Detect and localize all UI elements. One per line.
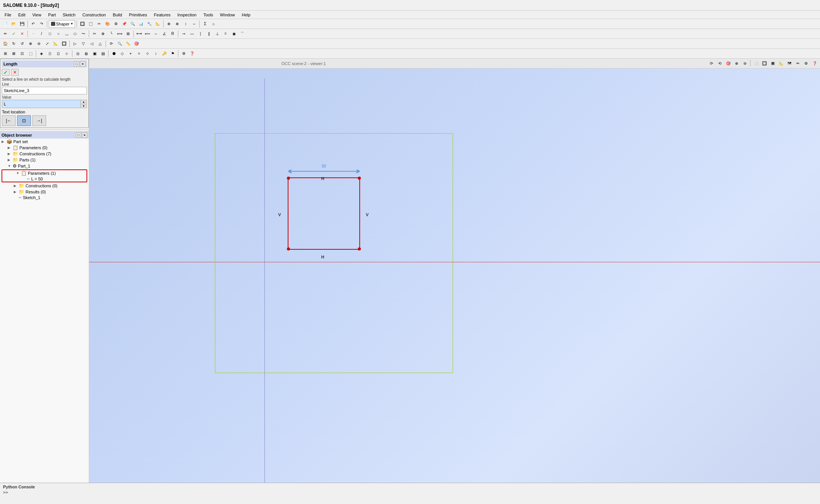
undo-btn[interactable]: ↶ (29, 20, 37, 28)
menu-primitives[interactable]: Primitives (126, 12, 150, 18)
text-loc-left-btn[interactable]: |← (2, 115, 16, 126)
tree-item-part-set[interactable]: ▶ 📦 Part set (0, 139, 89, 145)
tb-btn12[interactable]: ⊗ (173, 20, 181, 28)
tb-btn10[interactable]: 📐 (154, 20, 162, 28)
tb-btn2[interactable]: 📋 (87, 20, 94, 28)
constr-coinc-btn[interactable]: ◉ (230, 30, 238, 38)
menu-build[interactable]: Build (110, 12, 125, 18)
tb-btn16[interactable]: ⌂ (210, 20, 217, 28)
extra-btn16[interactable]: ⌗ (135, 50, 143, 57)
constr-perp-btn[interactable]: ⊥ (213, 30, 221, 38)
tb-btn15[interactable]: Σ (201, 20, 209, 28)
dim-h-btn[interactable]: ⟷ (135, 30, 143, 38)
tree-item-l50[interactable]: ✏ L = 50 (2, 176, 86, 182)
extra-btn9[interactable]: ◎ (74, 50, 82, 57)
dim-radius-btn[interactable]: R (169, 30, 176, 38)
spline-btn[interactable]: 〜 (80, 30, 87, 38)
constr-parallel-btn[interactable]: ∥ (205, 30, 213, 38)
tree-item-parts-1[interactable]: ▶ 📁 Parts (1) (0, 157, 89, 163)
menu-sketch[interactable]: Sketch (60, 12, 79, 18)
spin-down-btn[interactable]: ▼ (81, 104, 86, 108)
extra-btn8[interactable]: ⌽ (63, 50, 70, 57)
dialog-maximize-btn[interactable]: □ (74, 61, 79, 67)
constr-equal-btn[interactable]: = (222, 30, 229, 38)
view-btn8[interactable]: 🔲 (60, 40, 68, 48)
spin-up-btn[interactable]: ▲ (81, 100, 86, 104)
extra-btn12[interactable]: ▤ (99, 50, 107, 57)
menu-part[interactable]: Part (45, 12, 59, 18)
view-btn5[interactable]: ⊖ (35, 40, 43, 48)
vp-btn11[interactable]: ✏ (794, 60, 802, 67)
sketch-btn[interactable]: ✏ (2, 30, 9, 38)
line-input[interactable] (2, 87, 87, 94)
ellipse-btn[interactable]: ⬭ (71, 30, 79, 38)
menu-inspection[interactable]: Inspection (175, 12, 200, 18)
extra-btn15[interactable]: ⌖ (127, 50, 135, 57)
view-btn14[interactable]: 🔍 (116, 40, 123, 48)
extra-btn3[interactable]: ⊡ (18, 50, 26, 57)
extra-btn10[interactable]: ◍ (82, 50, 90, 57)
canvas-area[interactable]: 50 (89, 69, 820, 504)
menu-file[interactable]: File (2, 12, 14, 18)
extra-btn21[interactable]: ⚙ (180, 50, 187, 57)
dim-v-btn[interactable]: ⟸ (144, 30, 151, 38)
browser-close-btn[interactable]: × (82, 132, 87, 138)
ok-button[interactable]: ✓ (2, 69, 10, 76)
tb-btn13[interactable]: ↕ (182, 20, 189, 28)
tb-btn5[interactable]: ⚙ (112, 20, 120, 28)
menu-window[interactable]: Window (217, 12, 238, 18)
cancel-sketch-btn[interactable]: ✕ (18, 30, 26, 38)
extra-btn17[interactable]: ⊹ (144, 50, 151, 57)
view-btn12[interactable]: △ (96, 40, 104, 48)
vp-btn10[interactable]: 🗺 (786, 60, 793, 67)
extra-btn19[interactable]: 🔑 (160, 50, 168, 57)
constr-horiz-btn[interactable]: — (188, 30, 196, 38)
value-input[interactable] (2, 100, 80, 108)
line-btn[interactable]: / (38, 30, 45, 38)
dim-len-btn[interactable]: ↔ (152, 30, 160, 38)
vp-btn2[interactable]: ⟲ (716, 60, 724, 67)
save-btn[interactable]: 💾 (18, 20, 26, 28)
view-btn9[interactable]: ▷ (71, 40, 79, 48)
tb-btn6[interactable]: 📌 (120, 20, 128, 28)
menu-view[interactable]: View (29, 12, 45, 18)
vp-btn4[interactable]: ⊕ (733, 60, 740, 67)
tb-btn7[interactable]: 🔍 (129, 20, 136, 28)
tree-item-part1[interactable]: ▼ ⚙ Part_1 (0, 163, 89, 169)
constr-vert-btn[interactable]: | (197, 30, 204, 38)
open-btn[interactable]: 📂 (10, 20, 18, 28)
dim-angle-btn[interactable]: ∠ (160, 30, 168, 38)
vp-btn8[interactable]: 🔳 (769, 60, 777, 67)
constr-tang-btn[interactable]: ⌒ (239, 30, 246, 38)
extra-btn20[interactable]: ⚑ (169, 50, 176, 57)
vp-btn3[interactable]: 🎯 (724, 60, 732, 67)
extra-btn22[interactable]: ❓ (188, 50, 196, 57)
view-btn16[interactable]: 🎯 (133, 40, 140, 48)
view-btn10[interactable]: ▽ (80, 40, 87, 48)
view-btn4[interactable]: ⊕ (27, 40, 34, 48)
arc-btn[interactable]: ◡ (63, 30, 70, 38)
extra-btn2[interactable]: ⊠ (10, 50, 18, 57)
tb-btn1[interactable]: 🔲 (78, 20, 86, 28)
vp-btn12[interactable]: ⚙ (802, 60, 810, 67)
view-btn6[interactable]: ⤢ (43, 40, 51, 48)
tb-btn11[interactable]: ⊕ (165, 20, 173, 28)
tree-item-sketch1[interactable]: ✏ Sketch_1 (0, 195, 89, 200)
extra-btn7[interactable]: ⌼ (54, 50, 62, 57)
tb-btn3[interactable]: ✂ (95, 20, 103, 28)
tb-btn4[interactable]: 🎨 (104, 20, 111, 28)
menu-help[interactable]: Help (239, 12, 253, 18)
module-dropdown[interactable]: ⬛ Shaper ▼ (49, 20, 75, 28)
split-btn[interactable]: ⊕ (99, 30, 107, 38)
view-btn15[interactable]: 📏 (124, 40, 132, 48)
extra-btn18[interactable]: ↕ (152, 50, 160, 57)
text-loc-right-btn[interactable]: →| (32, 115, 46, 126)
tree-item-constructions-0[interactable]: ▶ 📁 Constructions (0) (0, 183, 89, 189)
vp-btn9[interactable]: 📐 (777, 60, 785, 67)
view-btn1[interactable]: 🏠 (2, 40, 9, 48)
text-loc-center-btn[interactable]: ⊡ (17, 115, 31, 126)
menu-features[interactable]: Features (151, 12, 173, 18)
view-btn2[interactable]: ↻ (10, 40, 18, 48)
constr-fixed-btn[interactable]: ⊸ (180, 30, 187, 38)
extra-btn1[interactable]: ⊞ (2, 50, 9, 57)
